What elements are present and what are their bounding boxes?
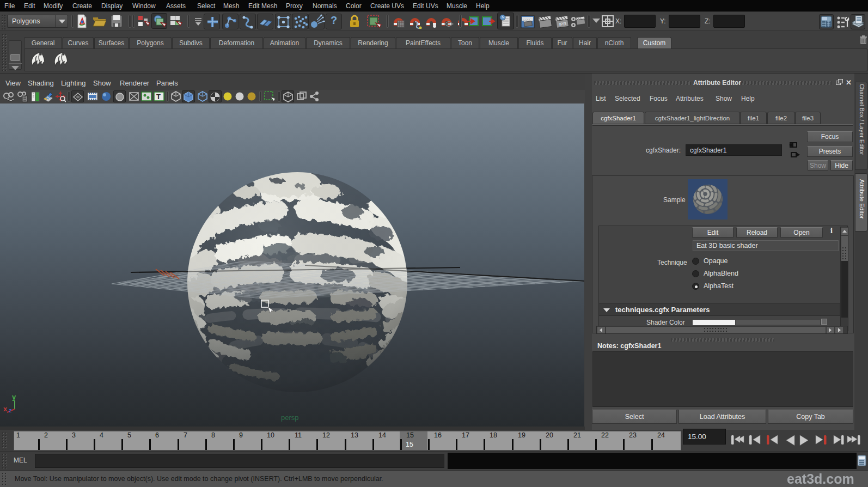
svg-text:IPR: IPR xyxy=(559,21,567,27)
svg-text:x: x xyxy=(3,405,8,413)
svg-text:y: y xyxy=(12,393,16,401)
svg-text:T: T xyxy=(156,93,161,101)
svg-text:z: z xyxy=(9,407,12,413)
svg-text:persp: persp xyxy=(281,413,299,422)
